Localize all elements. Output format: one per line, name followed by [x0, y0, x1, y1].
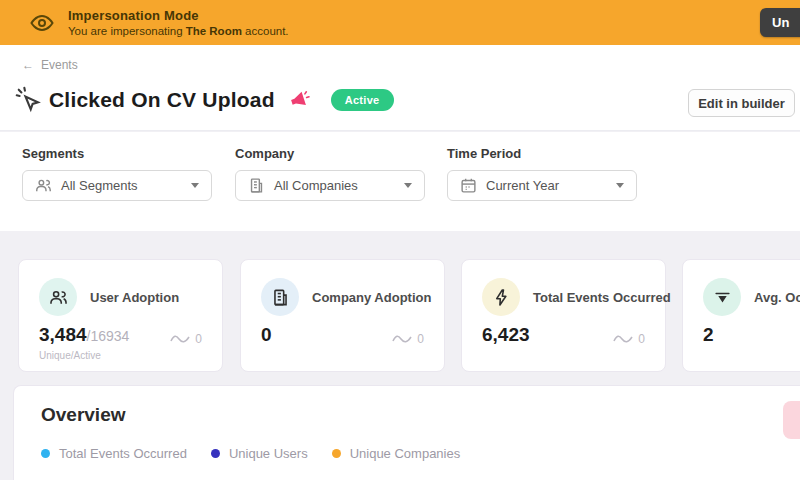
- card-head: Total Events Occurred: [482, 278, 671, 316]
- back-arrow-icon: ←: [22, 58, 34, 72]
- filters-bar: Segments All Segments Company All Compan…: [0, 132, 800, 231]
- pink-action-button[interactable]: [783, 401, 800, 439]
- trend-indicator: 0: [613, 332, 645, 346]
- unimpersonate-button[interactable]: Un: [760, 8, 800, 37]
- user-adoption-card: User Adoption 3,484/16934 Unique/Active …: [18, 259, 223, 372]
- card-value: 2: [703, 324, 714, 346]
- impersonation-message-prefix: You are impersonating: [68, 25, 183, 37]
- legend-total-events[interactable]: Total Events Occurred: [41, 446, 187, 461]
- legend-unique-users[interactable]: Unique Users: [211, 446, 308, 461]
- overview-panel: Overview Total Events Occurred Unique Us…: [13, 385, 800, 480]
- card-title: Avg. Occurren: [754, 290, 800, 305]
- legend-label: Total Events Occurred: [59, 446, 187, 461]
- chevron-down-icon: [616, 183, 624, 188]
- megaphone-icon: [287, 88, 311, 112]
- users-icon: [35, 177, 52, 194]
- company-adoption-card: Company Adoption 0 0: [240, 259, 445, 372]
- chevron-down-icon: [404, 183, 412, 188]
- impersonation-title: Impersonation Mode: [68, 8, 292, 23]
- card-head: Avg. Occurren: [703, 278, 800, 316]
- wave-icon: [170, 334, 190, 344]
- edit-in-builder-button[interactable]: Edit in builder: [688, 89, 795, 117]
- value-total: /16934: [87, 328, 130, 344]
- legend-label: Unique Companies: [350, 446, 461, 461]
- segments-filter: Segments All Segments: [22, 146, 212, 201]
- avg-occurrence-card: Avg. Occurren 2: [682, 259, 800, 372]
- breadcrumb-label: Events: [41, 58, 78, 72]
- impersonated-account-name: The Room: [186, 25, 242, 37]
- impersonation-message-suffix: account.: [245, 25, 288, 37]
- card-subtitle: Unique/Active: [39, 350, 101, 361]
- card-title: Total Events Occurred: [533, 290, 671, 305]
- funnel-icon: [703, 278, 741, 316]
- title-row: Clicked On CV Upload Active: [15, 86, 394, 114]
- segments-label: Segments: [22, 146, 212, 161]
- card-value: 3,484/16934: [39, 324, 129, 346]
- company-value: All Companies: [274, 178, 404, 193]
- click-event-icon: [15, 86, 43, 114]
- trend-value: 0: [638, 332, 645, 346]
- wave-icon: [613, 334, 633, 344]
- total-events-card: Total Events Occurred 6,423 0: [461, 259, 666, 372]
- chevron-down-icon: [191, 183, 199, 188]
- users-icon: [39, 278, 77, 316]
- card-title: User Adoption: [90, 290, 179, 305]
- time-period-filter: Time Period Current Year: [447, 146, 637, 201]
- building-icon: [248, 177, 265, 194]
- back-to-events-link[interactable]: ← Events: [22, 58, 78, 72]
- trend-value: 0: [417, 332, 424, 346]
- time-period-label: Time Period: [447, 146, 637, 161]
- status-badge: Active: [331, 89, 394, 111]
- trend-indicator: 0: [392, 332, 424, 346]
- eye-icon: [30, 11, 54, 35]
- trend-value: 0: [195, 332, 202, 346]
- overview-title: Overview: [41, 404, 126, 426]
- impersonation-message: You are impersonatingThe Room account.: [68, 25, 292, 37]
- segments-value: All Segments: [61, 178, 191, 193]
- legend-dot-cyan: [41, 449, 50, 458]
- time-period-value: Current Year: [486, 178, 616, 193]
- legend-label: Unique Users: [229, 446, 308, 461]
- page-header: ← Events Clicked On CV Upload Active Edi…: [0, 45, 800, 131]
- page-title: Clicked On CV Upload: [49, 88, 275, 112]
- trend-indicator: 0: [170, 332, 202, 346]
- wave-icon: [392, 334, 412, 344]
- impersonation-text: Impersonation Mode You are impersonating…: [68, 8, 292, 37]
- chart-legend: Total Events Occurred Unique Users Uniqu…: [41, 446, 460, 461]
- building-icon: [261, 278, 299, 316]
- legend-dot-indigo: [211, 449, 220, 458]
- card-head: User Adoption: [39, 278, 179, 316]
- card-value: 0: [261, 324, 272, 346]
- card-value: 6,423: [482, 324, 530, 346]
- lightning-icon: [482, 278, 520, 316]
- card-head: Company Adoption: [261, 278, 431, 316]
- legend-dot-orange: [332, 449, 341, 458]
- company-label: Company: [235, 146, 425, 161]
- card-title: Company Adoption: [312, 290, 431, 305]
- time-period-dropdown[interactable]: Current Year: [447, 170, 637, 201]
- value-unique: 3,484: [39, 324, 87, 345]
- legend-unique-companies[interactable]: Unique Companies: [332, 446, 461, 461]
- company-dropdown[interactable]: All Companies: [235, 170, 425, 201]
- calendar-icon: [460, 177, 477, 194]
- impersonation-banner: Impersonation Mode You are impersonating…: [0, 0, 800, 45]
- segments-dropdown[interactable]: All Segments: [22, 170, 212, 201]
- company-filter: Company All Companies: [235, 146, 425, 201]
